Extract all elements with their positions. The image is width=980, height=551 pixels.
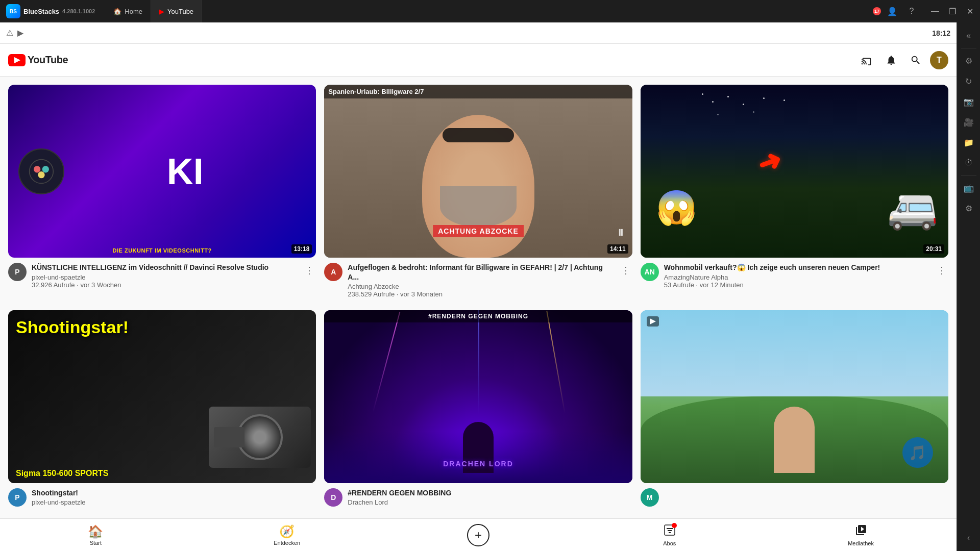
- close-btn[interactable]: ✕: [962, 3, 978, 19]
- channel-avatar-v5: D: [324, 488, 342, 507]
- nav-create[interactable]: +: [383, 520, 574, 550]
- video-meta-v4: Shootingstar! pixel-und-spaetzle: [32, 488, 316, 507]
- video-channel-v3: AmazingNature Alpha: [664, 273, 930, 281]
- bs-sidebar-screenshot[interactable]: 📷: [960, 92, 978, 111]
- warning-icon: ⚠: [6, 28, 13, 38]
- svg-point-3: [38, 171, 44, 178]
- video-row-1: KI DIE ZUKUNFT IM VIDEOSCHNITT? 13:18 P …: [8, 85, 948, 298]
- video-grid: KI DIE ZUKUNFT IM VIDEOSCHNITT? 13:18 P …: [0, 77, 957, 518]
- yt-tab-icon: ▶: [159, 8, 164, 15]
- video-card-v3[interactable]: 🚐 😱 ➜ 20:31 AN Wohnmobil verkau: [641, 85, 948, 298]
- create-plus-icon: +: [467, 524, 489, 546]
- bs-right-sidebar: « ⚙ ↻ 📷 🎥 📁 ⏱ 📺 ⚙ ‹: [957, 22, 980, 551]
- video-title-v1: KÜNSTLICHE INTELLIGENZ im Videoschnitt /…: [32, 263, 298, 272]
- bs-sidebar-arrow-left[interactable]: ‹: [960, 529, 978, 547]
- play-overlay-v6: [647, 316, 659, 327]
- nav-start[interactable]: 🏠 Start: [0, 520, 191, 550]
- thumbnail-v5: #RENDERN GEGEN MOBBING DRACHEN LORD: [324, 310, 632, 483]
- video-card-v5[interactable]: #RENDERN GEGEN MOBBING DRACHEN LORD D #R…: [324, 310, 632, 507]
- dragon-lord-text: DRACHEN LORD: [443, 460, 513, 468]
- video-info-v2: A Aufgeflogen & bedroht: Informant für B…: [324, 258, 632, 297]
- bs-sidebar-rotate[interactable]: ↻: [960, 72, 978, 90]
- nav-mediathek[interactable]: Mediathek: [765, 520, 957, 550]
- nav-entdecken[interactable]: 🧭 Entdecken: [191, 520, 383, 550]
- youtube-app: ⚠ ▶ 18:12 YouTube T: [0, 22, 957, 551]
- thumb2-content: Spanien-Urlaub: Billigware 2/7 ACHTUNG A…: [324, 85, 632, 258]
- bs-sidebar-expand[interactable]: «: [960, 27, 978, 45]
- duration-v1: 13:18: [291, 244, 312, 254]
- more-btn-v3[interactable]: ⋮: [935, 265, 948, 276]
- yt-addr-icon: ▶: [17, 28, 23, 38]
- cast-button[interactable]: [856, 50, 877, 70]
- clock: 18:12: [932, 29, 950, 37]
- channel-avatar-v2: A: [324, 263, 342, 281]
- video-title-v2: Aufgeflogen & bedroht: Informant für Bil…: [348, 263, 614, 281]
- mobbing-banner: #RENDERN GEGEN MOBBING: [324, 310, 632, 322]
- yt-logo-icon: [8, 54, 26, 66]
- channel-avatar-v3: AN: [641, 263, 659, 281]
- notification-badge: 17: [873, 7, 881, 15]
- video-stats-v2: 238.529 Aufrufe · vor 3 Monaten: [348, 290, 614, 298]
- thumbnail-v4: Shootingstar! Sigma 150-600 SPORTS: [8, 310, 316, 483]
- tab-home[interactable]: 🏠 Home: [105, 0, 151, 22]
- video-row-2: Shootingstar! Sigma 150-600 SPORTS: [8, 310, 948, 507]
- abos-notification-dot: [672, 523, 677, 528]
- notifications-button[interactable]: [881, 50, 901, 70]
- nav-abos[interactable]: Abos: [574, 520, 765, 550]
- nav-entdecken-label: Entdecken: [274, 540, 300, 546]
- user-icon-btn[interactable]: 👤: [884, 3, 900, 19]
- thumbnail-v2: Spanien-Urlaub: Billigware 2/7 ACHTUNG A…: [324, 85, 632, 258]
- video-stats-v3: 53 Aufrufe · vor 12 Minuten: [664, 281, 930, 289]
- video-info-v3: AN Wohnmobil verkauft?😱 Ich zeige euch u…: [641, 258, 948, 288]
- video-card-v6[interactable]: 🎵 M: [641, 310, 948, 507]
- thumb2-label: ACHTUNG ABZOCKE: [433, 225, 524, 237]
- svg-point-2: [42, 166, 49, 172]
- yt-logo[interactable]: YouTube: [8, 54, 68, 66]
- video-info-v1: P KÜNSTLICHE INTELLIGENZ im Videoschnitt…: [8, 258, 316, 288]
- bs-sidebar-settings[interactable]: ⚙: [960, 52, 978, 70]
- more-btn-v2[interactable]: ⋮: [619, 265, 632, 276]
- bs-sidebar-camera[interactable]: 🎥: [960, 113, 978, 131]
- avatar-button[interactable]: T: [930, 51, 948, 69]
- bs-sidebar-timer[interactable]: ⏱: [960, 154, 978, 172]
- channel-avatar-v4: P: [8, 488, 27, 507]
- more-btn-v1[interactable]: ⋮: [303, 265, 316, 276]
- bs-logo-icon: BS: [6, 4, 20, 18]
- video-title-v3: Wohnmobil verkauft?😱 Ich zeige euch unse…: [664, 263, 930, 272]
- channel-avatar-v1: P: [8, 263, 27, 281]
- video-card-v4[interactable]: Shootingstar! Sigma 150-600 SPORTS: [8, 310, 316, 507]
- home-tab-icon: 🏠: [113, 8, 121, 15]
- video-card-v1[interactable]: KI DIE ZUKUNFT IM VIDEOSCHNITT? 13:18 P …: [8, 85, 316, 298]
- bs-version: 4.280.1.1002: [62, 8, 95, 14]
- nav-start-label: Start: [90, 540, 102, 546]
- bs-sidebar-tv[interactable]: 📺: [960, 179, 978, 197]
- pause-indicator: ⏸: [616, 228, 625, 238]
- main-wrapper: ⚠ ▶ 18:12 YouTube T: [0, 22, 980, 551]
- video-channel-v2: Achtung Abzocke: [348, 283, 614, 290]
- video-card-v2[interactable]: Spanien-Urlaub: Billigware 2/7 ACHTUNG A…: [324, 85, 632, 298]
- yt-tab-label: YouTube: [167, 8, 193, 15]
- bs-app-name: BlueStacks: [23, 8, 59, 15]
- bs-sidebar-gear2[interactable]: ⚙: [960, 199, 978, 217]
- bs-divider-2: [961, 175, 976, 176]
- video-title-v4: Shootingstar!: [32, 488, 316, 497]
- bs-sidebar-folder[interactable]: 📁: [960, 133, 978, 152]
- help-icon-btn[interactable]: ?: [903, 3, 920, 19]
- restore-btn[interactable]: ❐: [944, 3, 961, 19]
- channel-avatar-v6: M: [641, 488, 659, 507]
- video-stats-v1: 32.926 Aufrufe · vor 3 Wochen: [32, 281, 298, 289]
- library-nav-icon: [855, 524, 867, 539]
- address-bar: ⚠ ▶ 18:12: [0, 22, 957, 44]
- bs-divider-1: [961, 48, 976, 48]
- video-meta-v6: [664, 488, 948, 507]
- ki-text: KI: [64, 153, 306, 190]
- tab-youtube[interactable]: ▶ YouTube: [151, 0, 202, 22]
- bluestacks-logo: BS BlueStacks 4.280.1.1002: [0, 4, 101, 18]
- yt-bottom-nav: 🏠 Start 🧭 Entdecken + Abos: [0, 518, 957, 551]
- video-meta-v1: KÜNSTLICHE INTELLIGENZ im Videoschnitt /…: [32, 263, 298, 288]
- music-icon-v6: 🎵: [902, 437, 933, 468]
- yt-header-icons: T: [856, 50, 948, 70]
- duration-v3: 20:31: [923, 244, 944, 254]
- search-button[interactable]: [905, 50, 926, 70]
- minimize-btn[interactable]: —: [927, 3, 943, 19]
